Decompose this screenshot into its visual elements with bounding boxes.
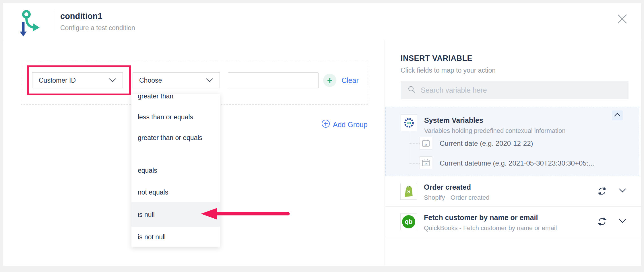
add-group-button[interactable]: Add Group [321, 119, 368, 130]
action-group-fetch-customer: qb Fetch customer by name or email Quick… [385, 207, 641, 237]
value-input[interactable] [228, 72, 319, 88]
header-divider [54, 11, 54, 32]
plus-circle-icon [321, 119, 330, 130]
sidebar-title: INSERT VARIABLE [401, 54, 472, 63]
page-title: condition1 [60, 11, 102, 21]
chevron-down-icon [109, 77, 116, 84]
svg-text:15: 15 [424, 143, 427, 146]
add-group-label: Add Group [333, 121, 368, 129]
dropdown-option-greater-than-or-equals[interactable]: greater than or equals [138, 133, 205, 143]
calendar-icon: 15 [420, 156, 432, 169]
dropdown-option-not-equals[interactable]: not equals [138, 188, 215, 197]
shopify-icon: S [400, 183, 417, 200]
variable-current-date[interactable]: Current date (e.g. 2020-12-22) [440, 139, 533, 147]
dialog-header: condition1 Configure a test condition [3, 3, 641, 40]
condition-dialog: condition1 Configure a test condition Cu… [3, 3, 641, 266]
insert-variable-panel: INSERT VARIABLE Click fields to map to y… [385, 40, 641, 265]
system-variables-group: =x System Variables Variables holding pr… [385, 107, 639, 176]
clear-button[interactable]: Clear [342, 76, 359, 85]
variable-search-box [401, 81, 629, 99]
search-icon [408, 85, 416, 95]
svg-text:15: 15 [424, 163, 427, 166]
chevron-up-icon [614, 112, 621, 118]
annotation-arrow-icon [201, 207, 290, 222]
close-icon[interactable] [616, 13, 628, 25]
chevron-down-icon [206, 77, 213, 84]
dropdown-option-equals[interactable]: equals [138, 166, 215, 175]
dropdown-option-less-than-or-equals[interactable]: less than or equals [138, 112, 215, 122]
search-input[interactable] [421, 86, 629, 94]
refresh-icon[interactable] [597, 186, 607, 197]
group-title: Order created [424, 183, 471, 191]
plus-icon: + [327, 75, 333, 86]
sidebar-subtitle: Click fields to map to your action [401, 67, 496, 74]
quickbooks-icon: qb [400, 213, 417, 230]
chevron-down-icon[interactable] [619, 219, 626, 224]
operator-select-value: Choose [139, 77, 162, 84]
condition-branch-icon [16, 9, 41, 38]
quickbooks-monogram: qb [405, 218, 413, 226]
collapse-group-button[interactable] [612, 110, 623, 120]
operator-dropdown: greater than less than or equals greater… [131, 94, 220, 247]
dropdown-option-is-not-null[interactable]: is not null [138, 232, 215, 242]
group-description: QuickBooks - Fetch customer by name or e… [424, 224, 557, 232]
calendar-icon: 15 [420, 137, 432, 149]
svg-text:S: S [407, 189, 410, 195]
svg-text:=x: =x [407, 121, 411, 125]
system-variables-gear-icon: =x [401, 114, 417, 131]
field-select-value: Customer ID [39, 77, 76, 84]
tree-connector [409, 163, 420, 164]
group-title: Fetch customer by name or email [424, 213, 538, 222]
add-condition-button[interactable]: + [323, 74, 336, 87]
condition-builder-panel: Customer ID Choose + Clear [3, 40, 385, 265]
chevron-down-icon[interactable] [619, 188, 626, 194]
tree-connector [409, 143, 420, 144]
variable-current-datetime[interactable]: Current datetime (e.g. 2021-05-30T23:30:… [440, 159, 594, 167]
dropdown-option-greater-than[interactable]: greater than [138, 94, 215, 101]
page-subtitle: Configure a test condition [60, 24, 135, 32]
group-description: Shopify - Order created [424, 194, 490, 201]
trigger-group-order-created: S Order created Shopify - Order created [385, 176, 641, 207]
group-description: Variables holding predefined contexual i… [424, 127, 565, 135]
group-title: System Variables [424, 116, 483, 125]
tree-connector [409, 132, 409, 164]
operator-select[interactable]: Choose [133, 72, 220, 88]
field-select[interactable]: Customer ID [32, 72, 123, 88]
refresh-icon[interactable] [597, 216, 607, 228]
